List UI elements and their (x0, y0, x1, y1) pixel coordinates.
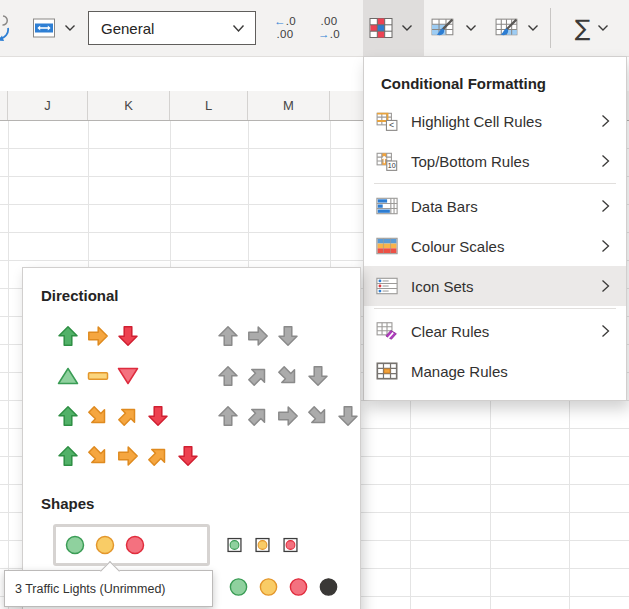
arrow-down-right-gray-icon (306, 404, 330, 428)
tri-up-green-icon (56, 364, 80, 388)
circle-green-icon (228, 577, 249, 598)
column-header-K[interactable]: K (88, 91, 170, 120)
format-as-table-button[interactable] (430, 8, 486, 48)
circle-black-icon (318, 577, 339, 598)
merge-center-button[interactable] (26, 10, 82, 46)
column-header-M[interactable]: M (248, 91, 330, 120)
tooltip: 3 Traffic Lights (Unrimmed) (4, 570, 213, 607)
menu-item-colour-scales[interactable]: Colour Scales (364, 226, 626, 266)
menu-item-highlight-cell-rules[interactable]: <Highlight Cell Rules (364, 101, 626, 141)
rimmed-orange-icon (254, 537, 271, 554)
menu-items: <Highlight Cell Rules10Top/Bottom RulesD… (364, 101, 626, 391)
autosum-button[interactable]: ∑ (562, 8, 622, 48)
arrow-down-red-icon (176, 444, 200, 468)
decrease-decimal-button[interactable]: .00 →.0 (307, 8, 351, 48)
conditional-formatting-button[interactable] (363, 0, 424, 56)
circle-orange-icon (258, 577, 279, 598)
menu-item-label: Colour Scales (411, 238, 601, 255)
menu-item-label: Highlight Cell Rules (411, 113, 601, 130)
submenu-chevron-icon (601, 279, 610, 293)
menu-item-clear-rules[interactable]: Clear Rules (364, 311, 626, 351)
shapes-section-title: Shapes (41, 492, 360, 516)
grid-column-line (8, 121, 9, 609)
colour-scales-icon (376, 235, 398, 257)
chevron-down-icon (465, 24, 477, 32)
data-bars-icon (376, 195, 398, 217)
submenu-chevron-icon (601, 239, 610, 253)
ribbon-toolbar: General ←.0 .00 .00 →.0 (0, 0, 629, 57)
column-header-J[interactable]: J (8, 91, 88, 120)
increase-decimal-button[interactable]: ←.0 .00 (263, 8, 307, 48)
menu-separator (374, 183, 616, 184)
directional-rows (23, 316, 360, 476)
iconset-option-3-triangles[interactable] (56, 364, 146, 388)
directional-section-title: Directional (41, 284, 360, 308)
column-header-L[interactable]: L (170, 91, 248, 120)
merge-center-icon (32, 16, 56, 40)
cell-styles-button[interactable] (494, 8, 548, 48)
iconset-option-4-traffic-lights[interactable] (228, 577, 348, 598)
svg-text:10: 10 (388, 162, 396, 170)
arrow-up-gray-icon (216, 324, 240, 348)
decrease-decimal-bottom: →.0 (318, 28, 340, 41)
arrow-down-gray-icon (336, 404, 360, 428)
arrow-up-green-icon (56, 324, 80, 348)
iconset-option-3-arrows-coloured[interactable] (56, 324, 146, 348)
decrease-decimal-top: .00 (321, 15, 338, 28)
icon-sets-gallery: Directional Shapes (22, 267, 361, 609)
menu-item-manage-rules[interactable]: Manage Rules (364, 351, 626, 391)
arrow-down-red-icon (146, 404, 170, 428)
menu-item-label: Clear Rules (411, 323, 601, 340)
format-as-table-icon (430, 15, 457, 42)
circle-red-icon (288, 577, 309, 598)
sigma-icon: ∑ (575, 15, 591, 41)
arrow-up-green-icon (56, 404, 80, 428)
arrow-up-right-gray-icon (246, 364, 270, 388)
highlight-cell-rules-icon: < (376, 110, 398, 132)
manage-rules-icon (376, 360, 398, 382)
menu-item-label: Icon Sets (411, 278, 601, 295)
arrow-right-gray-icon (276, 404, 300, 428)
menu-item-label: Data Bars (411, 198, 601, 215)
number-format-select[interactable]: General (88, 11, 256, 45)
chevron-down-icon (527, 24, 539, 32)
submenu-chevron-icon (601, 199, 610, 213)
menu-separator (374, 308, 616, 309)
iconset-option-4-arrows-coloured[interactable] (56, 404, 176, 428)
arrow-up-green-icon (56, 444, 80, 468)
circle-green-icon (64, 534, 86, 556)
number-format-value: General (101, 20, 232, 37)
arrow-up-right-orange-icon (146, 444, 170, 468)
iconset-option-3-traffic-lights-unrimmed[interactable] (53, 524, 210, 566)
iconset-row (23, 316, 360, 356)
clear-rules-icon (376, 320, 398, 342)
icon-sets-icon (376, 275, 398, 297)
arrow-down-right-orange-icon (86, 444, 110, 468)
increase-decimal-bottom: .00 (277, 28, 294, 41)
clipped-orientation-icon (0, 13, 12, 43)
arrow-up-gray-icon (216, 364, 240, 388)
iconset-option-3-traffic-lights-rimmed[interactable] (226, 537, 310, 554)
iconset-option-5-arrows-coloured[interactable] (56, 444, 206, 468)
arrow-right-orange-icon (86, 324, 110, 348)
iconset-row (23, 522, 360, 568)
arrow-up-right-orange-icon (116, 404, 140, 428)
excel-window: General ←.0 .00 .00 →.0 (0, 0, 629, 609)
svg-text:<: < (389, 120, 394, 130)
iconset-row (23, 436, 360, 476)
tri-down-red-icon (116, 364, 140, 388)
conditional-formatting-icon (368, 15, 394, 41)
iconset-option-4-arrows-grey[interactable] (216, 364, 336, 388)
iconset-row (23, 356, 360, 396)
submenu-chevron-icon (601, 324, 610, 338)
chevron-down-icon (232, 24, 245, 33)
arrow-down-right-gray-icon (276, 364, 300, 388)
iconset-option-3-arrows-grey[interactable] (216, 324, 306, 348)
iconset-option-5-arrows-grey[interactable] (216, 404, 366, 428)
menu-item-label: Manage Rules (411, 363, 610, 380)
menu-item-top-bottom-rules[interactable]: 10Top/Bottom Rules (364, 141, 626, 181)
top-bottom-rules-icon: 10 (376, 150, 398, 172)
column-header-blank[interactable] (0, 91, 8, 120)
menu-item-data-bars[interactable]: Data Bars (364, 186, 626, 226)
menu-item-icon-sets[interactable]: Icon Sets (364, 266, 626, 306)
